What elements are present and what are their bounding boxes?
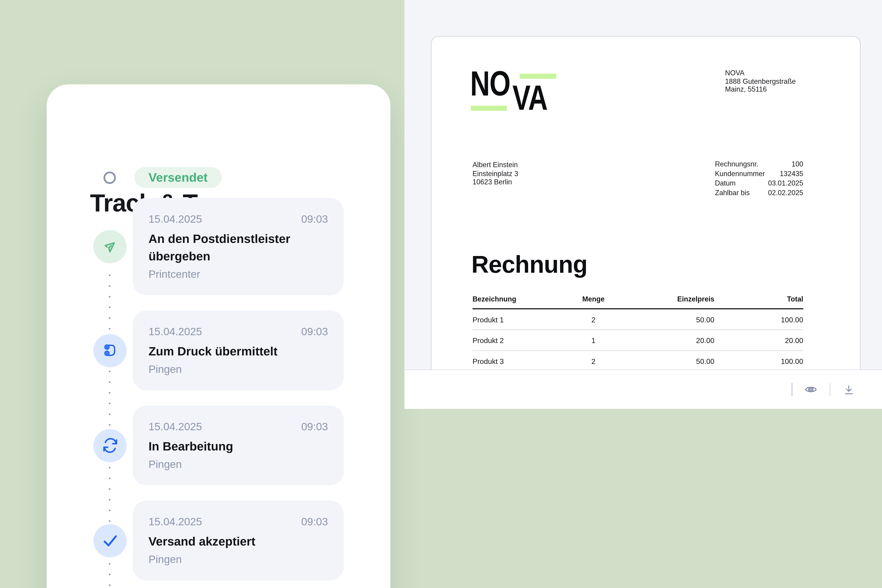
- download-icon[interactable]: [840, 381, 857, 398]
- company-address: NOVA 1888 Gutenbergstraße Mainz, 55116: [725, 69, 796, 94]
- eye-icon[interactable]: [802, 381, 819, 398]
- event-title: Versand akzeptiert: [148, 533, 328, 550]
- recipient-street: Einsteinplatz 3: [472, 170, 518, 178]
- cell-name: Produkt 3: [472, 357, 557, 365]
- event-card: 15.04.2025 09:03 Versand akzeptiert Ping…: [133, 501, 344, 580]
- toolbar-divider: [830, 383, 830, 396]
- table-row: Produkt 1 2 50.00 100.00: [472, 309, 803, 330]
- recipient-name: Albert Einstein: [472, 161, 518, 170]
- table-row: Produkt 3 2 50.00 100.00: [472, 351, 803, 370]
- cell-unit-price: 50.00: [630, 357, 714, 365]
- invoice-table: Bezeichnung Menge Einzelpreis Total Prod…: [472, 295, 803, 370]
- cell-name: Produkt 2: [472, 336, 557, 345]
- timeline-events: 15.04.2025 09:03 An den Postdienstleiste…: [46, 198, 390, 580]
- company-city: Mainz, 55116: [725, 86, 796, 94]
- event-title: Zum Druck übermittelt: [148, 343, 328, 360]
- event-date: 15.04.2025: [148, 420, 202, 433]
- event-title: In Bearbeitung: [148, 438, 328, 456]
- send-icon: [93, 230, 127, 263]
- table-row: Produkt 2 1 20.00 20.00: [472, 330, 803, 351]
- cell-total: 100.00: [714, 357, 803, 365]
- cell-unit-price: 20.00: [630, 336, 714, 345]
- event-time: 09:03: [301, 515, 328, 528]
- col-header: Menge: [557, 295, 630, 303]
- event-card: 15.04.2025 09:03 An den Postdienstleiste…: [133, 198, 344, 295]
- cell-qty: 2: [557, 357, 630, 365]
- cell-qty: 2: [557, 315, 630, 324]
- logo-accent-bar-bottom: [471, 106, 507, 111]
- meta-label: Rechnungsnr.: [715, 161, 758, 168]
- print-roller-icon: [93, 334, 127, 367]
- event-time: 09:03: [301, 213, 328, 225]
- meta-label: Zahlbar bis: [715, 190, 750, 197]
- preview-toolbar: [404, 369, 882, 409]
- event-date: 15.04.2025: [148, 515, 202, 528]
- recipient-city: 10623 Berlin: [472, 178, 518, 187]
- status-badge: Versendet: [134, 167, 222, 188]
- meta-row: Rechnungsnr. 100: [715, 161, 803, 168]
- timeline-node-circle: [104, 171, 116, 184]
- company-street: 1888 Gutenbergstraße: [725, 77, 796, 86]
- cell-unit-price: 50.00: [630, 315, 714, 324]
- timeline-event: 15.04.2025 09:03 In Bearbeitung Pingen: [46, 405, 390, 485]
- cell-total: 20.00: [714, 336, 803, 345]
- meta-row: Datum 03.01.2025: [715, 180, 803, 188]
- event-card: 15.04.2025 09:03 Zum Druck übermittelt P…: [133, 310, 344, 390]
- event-title: An den Postdienstleister übergeben: [148, 231, 328, 266]
- event-date: 15.04.2025: [148, 213, 202, 225]
- col-header: Total: [714, 295, 803, 303]
- event-location: Pingen: [148, 552, 328, 567]
- timeline-event: 15.04.2025 09:03 An den Postdienstleiste…: [46, 198, 390, 295]
- meta-value: 132435: [780, 170, 803, 178]
- invoice-preview-panel: NO VA NOVA 1888 Gutenbergstraße Mainz, 5…: [404, 0, 882, 409]
- sync-icon: [93, 429, 127, 462]
- invoice-heading: Rechnung: [471, 251, 587, 279]
- meta-row: Zahlbar bis 02.02.2025: [715, 190, 803, 197]
- event-time: 09:03: [301, 325, 328, 338]
- meta-label: Datum: [715, 180, 735, 188]
- stage: Track & Trace Versendet 15.04: [0, 0, 882, 588]
- company-name: NOVA: [725, 69, 796, 77]
- cell-name: Produkt 1: [472, 315, 557, 324]
- nova-logo: NO VA: [470, 66, 605, 151]
- event-time: 09:03: [301, 420, 328, 433]
- table-header-row: Bezeichnung Menge Einzelpreis Total: [472, 295, 803, 309]
- logo-text-va: VA: [513, 80, 548, 115]
- event-card: 15.04.2025 09:03 In Bearbeitung Pingen: [133, 405, 344, 485]
- event-location: Pingen: [148, 458, 328, 472]
- meta-label: Kundennummer: [715, 170, 765, 178]
- timeline-status-row: Versendet: [46, 167, 390, 188]
- meta-value: 100: [792, 161, 803, 168]
- invoice-document: NO VA NOVA 1888 Gutenbergstraße Mainz, 5…: [431, 36, 860, 370]
- recipient-address: Albert Einstein Einsteinplatz 3 10623 Be…: [472, 161, 518, 187]
- cell-total: 100.00: [714, 315, 803, 324]
- invoice-meta: Rechnungsnr. 100 Kundennummer 132435 Dat…: [715, 161, 803, 197]
- toolbar-divider: [792, 383, 792, 396]
- invoice-viewport: NO VA NOVA 1888 Gutenbergstraße Mainz, 5…: [404, 0, 882, 370]
- col-header: Einzelpreis: [630, 295, 714, 303]
- check-icon: [93, 524, 127, 557]
- logo-text-no: NO: [470, 66, 510, 101]
- meta-value: 03.01.2025: [768, 180, 803, 188]
- meta-row: Kundennummer 132435: [715, 170, 803, 178]
- track-trace-card: Track & Trace Versendet 15.04: [46, 84, 390, 588]
- timeline-event: 15.04.2025 09:03 Versand akzeptiert Ping…: [46, 501, 390, 580]
- cell-qty: 1: [557, 336, 630, 345]
- event-location: Printcenter: [148, 267, 328, 282]
- event-location: Pingen: [148, 362, 328, 377]
- col-header: Bezeichnung: [472, 295, 557, 303]
- meta-value: 02.02.2025: [768, 190, 803, 197]
- timeline-event: 15.04.2025 09:03 Zum Druck übermittelt P…: [46, 310, 390, 390]
- event-date: 15.04.2025: [148, 325, 202, 338]
